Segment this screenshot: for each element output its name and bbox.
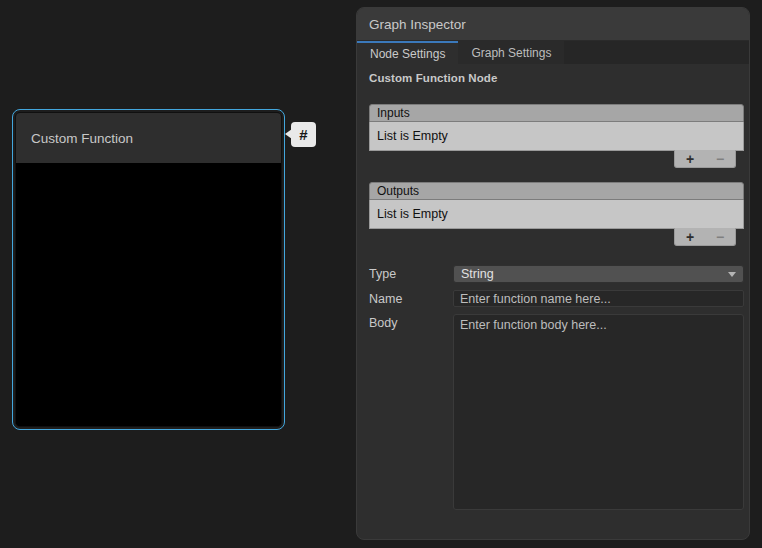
- outputs-remove-button[interactable]: −: [705, 228, 735, 245]
- node-title-label: Custom Function: [31, 131, 133, 146]
- node-settings-heading: Custom Function Node: [369, 72, 744, 84]
- node-body: [16, 163, 281, 426]
- panel-title-bar[interactable]: Graph Inspector: [357, 8, 749, 41]
- tab-graph-settings-label: Graph Settings: [471, 46, 551, 60]
- hash-icon: #: [299, 127, 307, 142]
- outputs-list-title: Outputs: [377, 184, 419, 198]
- inputs-empty-label: List is Empty: [377, 129, 448, 143]
- node-frame: Custom Function: [15, 112, 282, 427]
- inputs-list-header: Inputs: [369, 104, 744, 122]
- function-name-input[interactable]: [453, 290, 744, 307]
- tab-graph-settings[interactable]: Graph Settings: [458, 41, 564, 64]
- panel-title: Graph Inspector: [369, 17, 466, 32]
- outputs-add-button[interactable]: +: [675, 228, 705, 245]
- graph-inspector-panel: Graph Inspector Node Settings Graph Sett…: [356, 7, 750, 540]
- function-body-textarea[interactable]: [453, 314, 744, 510]
- outputs-list-header: Outputs: [369, 182, 744, 200]
- hash-badge[interactable]: #: [291, 122, 316, 147]
- body-label: Body: [369, 316, 453, 330]
- outputs-empty-row: List is Empty: [369, 200, 744, 229]
- inputs-list-title: Inputs: [377, 106, 410, 120]
- tab-bar: Node Settings Graph Settings: [357, 41, 749, 64]
- name-field-row: Name: [369, 290, 744, 307]
- outputs-empty-label: List is Empty: [377, 207, 448, 221]
- chevron-down-icon: [728, 272, 736, 277]
- body-field-row: Body: [369, 314, 744, 510]
- name-label: Name: [369, 292, 453, 306]
- type-dropdown[interactable]: String: [453, 265, 744, 283]
- type-label: Type: [369, 267, 453, 281]
- outputs-footer-buttons: + −: [674, 228, 736, 246]
- tab-node-settings-label: Node Settings: [370, 47, 445, 61]
- inputs-remove-button[interactable]: −: [705, 150, 735, 167]
- inputs-footer-buttons: + −: [674, 150, 736, 168]
- outputs-list-footer: + −: [369, 229, 744, 247]
- inputs-empty-row: List is Empty: [369, 122, 744, 151]
- type-field-row: Type String: [369, 265, 744, 283]
- type-dropdown-value: String: [461, 267, 494, 281]
- inputs-list: Inputs List is Empty + −: [369, 104, 744, 169]
- inspector-content: Custom Function Node Inputs List is Empt…: [357, 64, 749, 539]
- custom-function-node[interactable]: Custom Function: [12, 109, 285, 430]
- tab-node-settings[interactable]: Node Settings: [357, 41, 458, 64]
- outputs-list: Outputs List is Empty + −: [369, 182, 744, 247]
- inputs-list-footer: + −: [369, 151, 744, 169]
- inputs-add-button[interactable]: +: [675, 150, 705, 167]
- node-title-bar[interactable]: Custom Function: [16, 113, 281, 163]
